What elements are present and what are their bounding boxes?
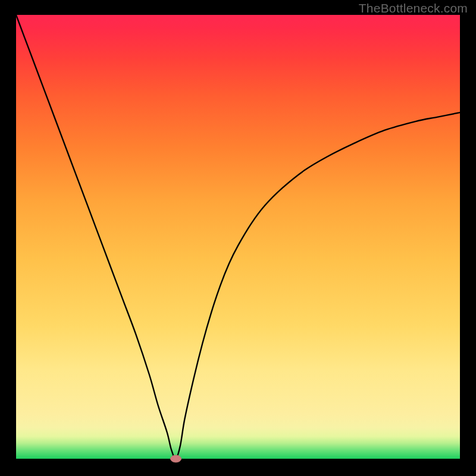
chart-svg	[16, 15, 460, 459]
watermark-text: TheBottleneck.com	[359, 1, 468, 15]
chart-frame: TheBottleneck.com	[0, 0, 476, 476]
bottleneck-curve	[16, 15, 460, 459]
optimal-point-marker	[171, 455, 181, 462]
chart-plot-area	[16, 15, 460, 459]
